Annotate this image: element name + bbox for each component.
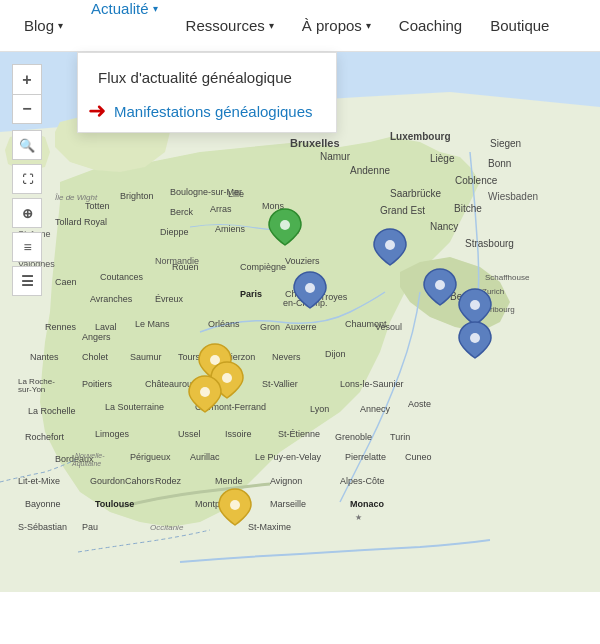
svg-text:Le Puy-en-Velay: Le Puy-en-Velay [255,452,322,462]
map-container[interactable]: Bruxelles Luxembourg Siegen Liège Bonn C… [0,52,600,592]
nav-apropos-chevron: ▾ [366,20,371,31]
svg-text:Orléans: Orléans [208,319,240,329]
svg-text:Gron: Gron [260,322,280,332]
nav-blog-label: Blog [24,17,54,34]
svg-text:Arras: Arras [210,204,232,214]
svg-text:Compiègne: Compiègne [240,262,286,272]
svg-text:Rennes: Rennes [45,322,77,332]
svg-text:Liège: Liège [430,153,455,164]
svg-text:Poitiers: Poitiers [82,379,113,389]
zoom-out-button[interactable]: − [12,94,42,124]
svg-text:Issoire: Issoire [225,429,252,439]
svg-text:S-Sébastian: S-Sébastian [18,522,67,532]
svg-text:Lille: Lille [228,189,244,199]
nav-actualite-wrapper: Actualité ▾ Flux d'actualité généalogiqu… [77,0,172,51]
svg-point-116 [222,373,232,383]
layers-button[interactable]: ≡ [12,232,42,262]
svg-text:St-Vallier: St-Vallier [262,379,298,389]
svg-point-113 [470,300,480,310]
svg-text:Vouziers: Vouziers [285,256,320,266]
svg-text:Tollard Royal: Tollard Royal [55,217,107,227]
map-background: Bruxelles Luxembourg Siegen Liège Bonn C… [0,52,600,592]
svg-text:St-Étienne: St-Étienne [278,429,320,439]
svg-text:Cholet: Cholet [82,352,109,362]
nav-coaching-label: Coaching [399,17,462,34]
svg-text:Wiesbaden: Wiesbaden [488,191,538,202]
nav-boutique[interactable]: Boutique [476,0,563,51]
dropdown-manifestations[interactable]: Manifestations généalogiques [114,103,312,120]
svg-text:Caen: Caen [55,277,77,287]
svg-text:Siegen: Siegen [490,138,521,149]
svg-text:Bayonne: Bayonne [25,499,61,509]
nav-blog-chevron: ▾ [58,20,63,31]
nav-coaching[interactable]: Coaching [385,0,476,51]
nav-boutique-label: Boutique [490,17,549,34]
svg-text:Brighton: Brighton [120,191,154,201]
svg-point-117 [200,387,210,397]
svg-text:Lyon: Lyon [310,404,329,414]
search-button[interactable]: 🔍 [12,130,42,160]
svg-text:Marseille: Marseille [270,499,306,509]
svg-text:Rochefort: Rochefort [25,432,65,442]
svg-text:Pierrelatte: Pierrelatte [345,452,386,462]
svg-text:Paris: Paris [240,289,262,299]
svg-text:Andenne: Andenne [350,165,390,176]
svg-text:Grenoble: Grenoble [335,432,372,442]
svg-text:Coutances: Coutances [100,272,144,282]
svg-text:Cahors: Cahors [125,476,155,486]
svg-text:La Souterraine: La Souterraine [105,402,164,412]
svg-text:Nantes: Nantes [30,352,59,362]
nav-blog[interactable]: Blog ▾ [10,0,77,51]
svg-text:Saumur: Saumur [130,352,162,362]
svg-text:Turin: Turin [390,432,410,442]
nav-ressources-chevron: ▾ [269,20,274,31]
svg-text:Bonn: Bonn [488,158,511,169]
arrow-indicator-row: ➜ Manifestations généalogiques [78,96,336,126]
svg-text:Périgueux: Périgueux [130,452,171,462]
svg-text:Occitanie: Occitanie [150,523,184,532]
svg-point-119 [470,333,480,343]
svg-text:Monaco: Monaco [350,499,385,509]
svg-text:Ussel: Ussel [178,429,201,439]
svg-text:Amiens: Amiens [215,224,246,234]
stack-button[interactable]: ☰ [12,266,42,296]
svg-text:Laval: Laval [95,322,117,332]
svg-text:Nancy: Nancy [430,221,458,232]
svg-text:Cuneo: Cuneo [405,452,432,462]
svg-text:Bruxelles: Bruxelles [290,137,340,149]
svg-text:Annecy: Annecy [360,404,391,414]
svg-text:Nouvelle-: Nouvelle- [75,452,105,459]
svg-text:Rodez: Rodez [155,476,182,486]
svg-text:Limoges: Limoges [95,429,130,439]
svg-text:Avranches: Avranches [90,294,133,304]
nav-actualite[interactable]: Actualité ▾ [77,0,172,17]
svg-text:Bitche: Bitche [454,203,482,214]
svg-text:★: ★ [355,513,362,522]
svg-text:Angers: Angers [82,332,111,342]
svg-text:Grand Est: Grand Est [380,205,425,216]
svg-text:Le Mans: Le Mans [135,319,170,329]
dropdown-flux[interactable]: Flux d'actualité généalogique [78,59,336,96]
nav-actualite-chevron: ▾ [153,3,158,14]
svg-point-112 [435,280,445,290]
actualite-dropdown: Flux d'actualité généalogique ➜ Manifest… [77,52,337,133]
fullscreen-button[interactable]: ⛶ [12,164,42,194]
svg-text:Aoste: Aoste [408,399,431,409]
svg-text:Nevers: Nevers [272,352,301,362]
svg-text:Pau: Pau [82,522,98,532]
svg-text:Évreux: Évreux [155,294,184,304]
svg-text:Coblence: Coblence [455,175,498,186]
svg-text:Mende: Mende [215,476,243,486]
svg-point-118 [230,500,240,510]
svg-text:Avignon: Avignon [270,476,302,486]
nav-ressources[interactable]: Ressources ▾ [172,0,288,51]
svg-text:Île de Wight: Île de Wight [55,193,98,202]
compass-button[interactable]: ⊕ [12,198,42,228]
svg-text:Lit-et-Mixe: Lit-et-Mixe [18,476,60,486]
svg-text:Aquitaine: Aquitaine [71,460,101,468]
svg-text:Alpes-Côte: Alpes-Côte [340,476,385,486]
nav-ressources-label: Ressources [186,17,265,34]
zoom-in-button[interactable]: + [12,64,42,94]
nav-apropos[interactable]: À propos ▾ [288,0,385,51]
svg-text:Totten: Totten [85,201,110,211]
